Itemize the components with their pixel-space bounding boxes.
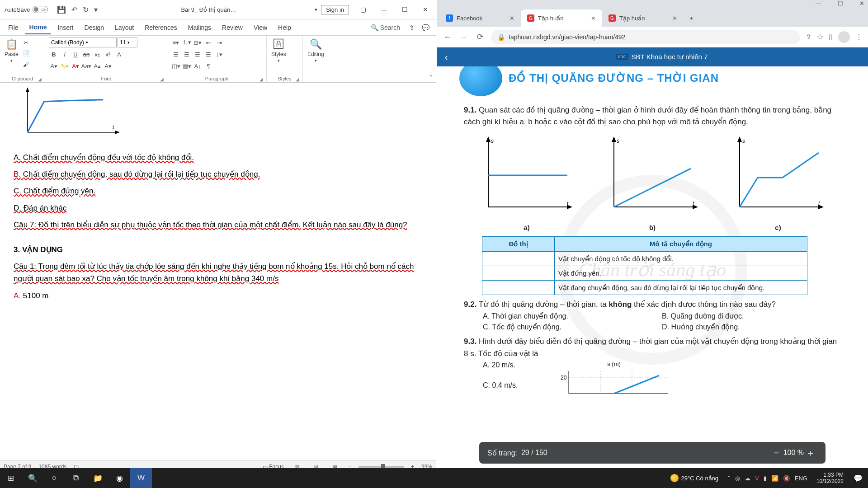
superscript-button[interactable]: x² — [103, 49, 113, 59]
share-icon[interactable]: ⇪ — [406, 24, 417, 31]
clear-format-icon[interactable]: A̶ — [114, 49, 124, 59]
tab-layout[interactable]: Layout — [110, 21, 138, 34]
reload-icon[interactable]: ⟳ — [475, 32, 486, 42]
weather-widget[interactable]: 29°C Có nắng — [666, 474, 723, 482]
change-case-icon[interactable]: Aa▾ — [81, 61, 91, 71]
wifi-icon[interactable]: 📶 — [771, 475, 778, 482]
italic-button[interactable]: I — [60, 49, 70, 59]
show-marks-icon[interactable]: ¶ — [203, 61, 213, 71]
onedrive-icon[interactable]: ☁ — [745, 475, 750, 482]
word-taskbar-icon[interactable]: W — [130, 468, 152, 488]
indent-inc-icon[interactable]: ⇥ — [214, 38, 224, 47]
task-view-icon[interactable]: ⧉ — [65, 468, 87, 488]
new-tab-button[interactable]: ＋ — [684, 9, 699, 27]
share-page-icon[interactable]: ⇪ — [806, 33, 811, 41]
nav-forward-icon[interactable]: → — [458, 33, 469, 42]
location-icon[interactable]: ◎ — [735, 475, 740, 482]
shrink-font-icon[interactable]: A▾ — [103, 61, 113, 71]
tab-help[interactable]: Help — [274, 21, 296, 34]
explorer-icon[interactable]: 📁 — [87, 468, 108, 488]
underline-button[interactable]: U — [71, 49, 80, 59]
notifications-icon[interactable]: 💬 — [848, 474, 868, 483]
align-center-icon[interactable]: ☰ — [182, 49, 192, 59]
indent-dec-icon[interactable]: ⇤ — [203, 38, 213, 47]
search-box[interactable]: 🔍 Search — [366, 24, 405, 31]
signin-button[interactable]: Sign in — [321, 5, 349, 14]
address-bar[interactable]: 🔒 taphuan.nxbgd.vn/giao-vien/tap-huan/49… — [491, 30, 800, 44]
multilevel-icon[interactable]: ⊟▾ — [193, 38, 203, 47]
chrome-maximize-icon[interactable]: ☐ — [838, 0, 843, 7]
tab-review[interactable]: Review — [217, 21, 247, 34]
bookmark-icon[interactable]: ☆ — [817, 33, 823, 41]
numbering-icon[interactable]: ⒈▾ — [182, 38, 192, 47]
close-icon[interactable]: ✕ — [415, 6, 436, 13]
justify-icon[interactable]: ☰ — [203, 49, 213, 59]
minimize-icon[interactable]: — — [373, 6, 394, 13]
copy-icon[interactable]: 📄 — [21, 48, 31, 58]
editing-button[interactable]: 🔍Editing▾ — [307, 38, 325, 64]
tab-mailings[interactable]: Mailings — [184, 21, 216, 34]
bullets-icon[interactable]: ≡▾ — [171, 38, 181, 47]
comments-icon[interactable]: 💬 — [419, 24, 432, 31]
paste-button[interactable]: 📋 Paste ▾ — [4, 38, 19, 64]
tab-close-icon[interactable]: ✕ — [672, 15, 677, 22]
browser-tab-taphuan[interactable]: G Tập huấn ✕ — [602, 9, 684, 27]
cortana-icon[interactable]: ○ — [43, 468, 65, 488]
tab-view[interactable]: View — [249, 21, 272, 34]
save-icon[interactable]: 💾 — [57, 5, 66, 14]
shading-icon[interactable]: ◫▾ — [171, 61, 181, 71]
tray-chevron-icon[interactable]: ˄ — [727, 475, 731, 482]
align-right-icon[interactable]: ☰ — [193, 49, 203, 59]
start-button[interactable]: ⊞ — [0, 468, 22, 488]
browser-tab-taphuan-active[interactable]: G Tập huấn ✕ — [521, 9, 602, 27]
tab-home[interactable]: Home — [25, 21, 52, 34]
styles-button[interactable]: 🄰Styles▾ — [270, 38, 287, 64]
pdf-back-icon[interactable]: ‹ — [437, 52, 456, 62]
sidepanel-icon[interactable]: ▯ — [829, 33, 833, 41]
antivirus-icon[interactable]: V — [755, 475, 759, 482]
align-left-icon[interactable]: ☰ — [171, 49, 181, 59]
line-spacing-icon[interactable]: ↕▾ — [214, 49, 224, 59]
document-area[interactable]: t A. Chất điểm chuyển động đều với tốc đ… — [0, 83, 436, 460]
autosave[interactable]: AutoSave Off — [0, 6, 52, 13]
grow-font-icon[interactable]: A▴ — [92, 61, 102, 71]
qat-more-icon[interactable]: ▾ — [94, 5, 98, 14]
zoom-out-icon[interactable]: − — [770, 448, 783, 458]
zoom-in-icon[interactable]: ＋ — [804, 447, 817, 459]
zoom-slider[interactable] — [359, 466, 404, 468]
chrome-close-icon[interactable]: ✕ — [859, 0, 864, 7]
tab-close-icon[interactable]: ✕ — [509, 15, 514, 22]
battery-icon[interactable]: ▮ — [764, 475, 767, 482]
profile-avatar[interactable] — [838, 31, 850, 43]
font-size-combo[interactable]: 11▾ — [118, 38, 137, 47]
tab-file[interactable]: File — [4, 21, 23, 34]
language-indicator[interactable]: ENG — [795, 475, 807, 482]
maximize-icon[interactable]: ☐ — [394, 6, 415, 13]
tab-references[interactable]: References — [140, 21, 182, 34]
collapse-ribbon-icon[interactable]: ⌃ — [429, 74, 433, 80]
launcher-icon[interactable]: ◢ — [160, 77, 164, 82]
font-name-combo[interactable]: Calibri (Body)▾ — [49, 38, 117, 47]
launcher-icon[interactable]: ◢ — [38, 77, 42, 82]
chrome-minimize-icon[interactable]: — — [816, 0, 821, 7]
taskbar-clock[interactable]: 1:33 PM 10/12/2022 — [812, 472, 848, 485]
nav-back-icon[interactable]: ← — [442, 33, 453, 42]
ribbon-display-icon[interactable]: ▢ — [353, 6, 373, 13]
font-color-icon[interactable]: A▾ — [71, 61, 80, 71]
text-effects-icon[interactable]: A▾ — [49, 61, 59, 71]
undo-icon[interactable]: ↶ — [71, 5, 77, 14]
borders-icon[interactable]: ▦▾ — [182, 61, 192, 71]
strike-button[interactable]: ab — [81, 49, 91, 59]
autosave-toggle[interactable]: Off — [33, 6, 48, 13]
launcher-icon[interactable]: ◢ — [259, 77, 263, 82]
chrome-menu-icon[interactable]: ⋮ — [855, 33, 863, 41]
highlight-icon[interactable]: ✎▾ — [60, 61, 70, 71]
cut-icon[interactable]: ✂ — [21, 38, 31, 47]
tab-close-icon[interactable]: ✕ — [591, 15, 596, 22]
subscript-button[interactable]: x₂ — [92, 49, 102, 59]
pdf-page[interactable]: Chân trời sáng tạo ĐỒ THỊ QUÃNG ĐƯỜNG – … — [437, 66, 868, 473]
tab-design[interactable]: Design — [80, 21, 108, 34]
docname-more-icon[interactable]: ▾ — [315, 7, 317, 13]
tab-insert[interactable]: Insert — [53, 21, 78, 34]
launcher-icon[interactable]: ◢ — [296, 77, 299, 82]
